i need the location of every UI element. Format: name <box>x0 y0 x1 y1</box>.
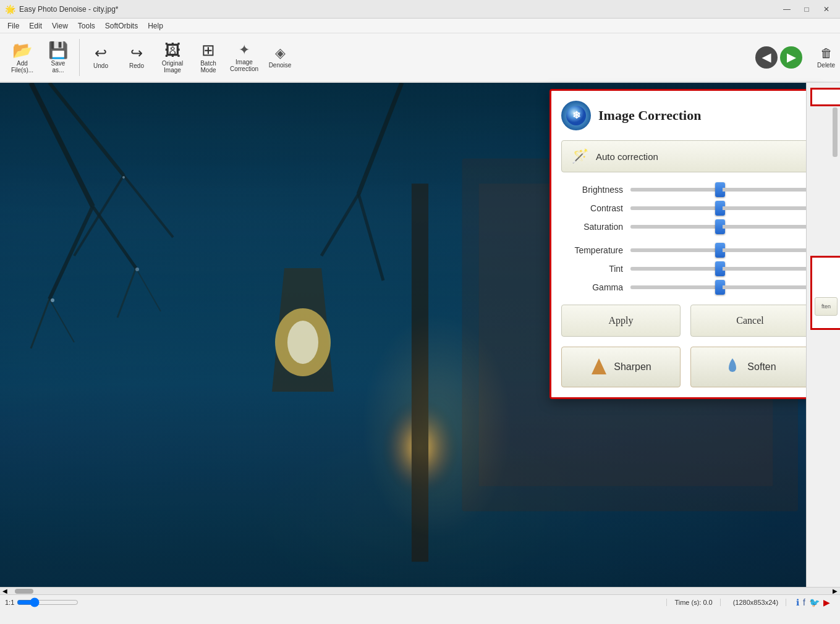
toolbar-right: ◀ ▶ 🗑 Delete <box>755 46 835 69</box>
panel-logo: ❄ <box>561 101 591 130</box>
right-scrollbar[interactable] <box>833 108 838 157</box>
brightness-fill-right <box>723 188 810 192</box>
temperature-fill-right <box>723 248 810 252</box>
right-sidebar: ften <box>806 83 840 587</box>
scroll-right-button[interactable]: ▶ <box>830 588 840 594</box>
temperature-row: Temperature <box>561 245 810 255</box>
maximize-button[interactable]: □ <box>798 3 815 15</box>
menu-view[interactable]: View <box>47 20 73 32</box>
sharpen-label: Sharpen <box>614 361 651 373</box>
panel-header: ❄ Image Correction <box>561 101 810 130</box>
toolbar-separator-1 <box>79 39 80 76</box>
window-title: Easy Photo Denoise - city.jpg* <box>19 5 778 14</box>
zoom-section: 1:1 <box>5 597 78 607</box>
svg-marker-27 <box>592 358 606 374</box>
menu-softorbits[interactable]: SoftOrbits <box>100 20 143 32</box>
toolbar-undo[interactable]: ↩ Undo <box>83 36 118 79</box>
slider-gap <box>561 240 810 245</box>
wand-icon: 🪄 <box>572 148 588 164</box>
temperature-fill-left <box>630 248 718 252</box>
saturation-row: Saturation <box>561 222 810 232</box>
temperature-slider[interactable] <box>630 248 810 252</box>
brightness-row: Brightness <box>561 185 810 195</box>
main-area: ften ❄ Image Correction <box>0 83 840 609</box>
svg-rect-3 <box>412 183 428 562</box>
contrast-row: Contrast <box>561 203 810 213</box>
zoom-slider[interactable] <box>17 597 78 607</box>
minimize-button[interactable]: — <box>778 3 795 15</box>
auto-correction-button[interactable]: 🪄 Auto correction <box>561 140 810 172</box>
temperature-label: Temperature <box>561 245 623 255</box>
add-files-icon: 📂 <box>12 42 32 58</box>
denoise-label: Denoise <box>269 62 292 69</box>
time-label: Time (s): <box>674 599 701 606</box>
close-button[interactable]: ✕ <box>818 3 835 15</box>
horizontal-scrollbar[interactable]: ◀ ▶ <box>0 587 840 594</box>
sharpen-button[interactable]: Sharpen <box>561 347 681 387</box>
sharpen-icon <box>590 357 608 377</box>
image-correction-panel: ❄ Image Correction 🪄 Auto correction Bri… <box>549 89 821 399</box>
zoom-level: 1:1 <box>5 599 14 606</box>
original-image-label: Original Image <box>162 60 183 74</box>
soften-label: Soften <box>747 361 776 373</box>
menu-help[interactable]: Help <box>143 20 168 32</box>
toolbar-image-correction[interactable]: ✦ Image Correction <box>227 36 261 79</box>
info-icon[interactable]: ℹ <box>796 597 799 607</box>
menu-tools[interactable]: Tools <box>73 20 100 32</box>
time-value: 0.0 <box>703 599 712 606</box>
delete-icon: 🗑 <box>820 46 833 61</box>
denoise-icon: ◈ <box>275 46 286 60</box>
panel-fragment-top <box>810 88 840 106</box>
gamma-label: Gamma <box>561 282 623 292</box>
toolbar-original-image[interactable]: 🖼 Original Image <box>155 36 190 79</box>
scroll-left-button[interactable]: ◀ <box>0 588 10 594</box>
batch-mode-label: Batch Mode <box>200 60 216 74</box>
cancel-button[interactable]: Cancel <box>690 305 810 337</box>
scroll-thumb[interactable] <box>15 589 33 594</box>
snowflake-logo-svg: ❄ <box>565 104 587 127</box>
sliders-section: Brightness Contrast Saturation <box>561 185 810 292</box>
toolbar-add-files[interactable]: 📂 Add File(s)... <box>5 36 40 79</box>
saturation-slider[interactable] <box>630 225 810 229</box>
contrast-slider[interactable] <box>630 206 810 210</box>
menu-bar: File Edit View Tools SoftOrbits Help <box>0 19 840 33</box>
facebook-icon[interactable]: f <box>803 597 805 607</box>
soften-label-fragment[interactable]: ften <box>815 297 838 316</box>
saturation-fill-left <box>630 225 718 229</box>
twitter-icon[interactable]: 🐦 <box>809 597 820 607</box>
contrast-fill-right <box>723 206 810 210</box>
youtube-icon[interactable]: ▶ <box>823 597 830 607</box>
toolbar-redo[interactable]: ↪ Redo <box>119 36 154 79</box>
app-icon: 🌟 <box>5 4 15 14</box>
undo-label: Undo <box>93 62 108 69</box>
save-as-icon: 💾 <box>48 42 68 58</box>
toolbar-batch-mode[interactable]: ⊞ Batch Mode <box>191 36 226 79</box>
menu-file[interactable]: File <box>2 20 24 32</box>
sharpen-soften-row: Sharpen Soften <box>561 347 810 387</box>
redo-icon: ↪ <box>130 46 143 61</box>
svg-point-21 <box>122 176 125 179</box>
tint-label: Tint <box>561 264 623 274</box>
apply-button[interactable]: Apply <box>561 305 681 337</box>
saturation-label: Saturation <box>561 222 623 232</box>
window-controls: — □ ✕ <box>778 3 835 15</box>
auto-correction-label: Auto correction <box>596 151 658 162</box>
toolbar-save-as[interactable]: 💾 Save as... <box>41 36 75 79</box>
menu-edit[interactable]: Edit <box>24 20 47 32</box>
nav-next-button[interactable]: ▶ <box>780 46 802 69</box>
toolbar: 📂 Add File(s)... 💾 Save as... ↩ Undo ↪ R… <box>0 33 840 83</box>
delete-button[interactable]: 🗑 Delete <box>817 46 835 69</box>
contrast-label: Contrast <box>561 203 623 213</box>
status-bar: 1:1 Time (s): 0.0 (1280x853x24) ℹ f 🐦 ▶ <box>0 594 840 609</box>
tint-fill-right <box>723 267 810 271</box>
nav-prev-button[interactable]: ◀ <box>755 46 778 69</box>
toolbar-denoise[interactable]: ◈ Denoise <box>263 36 297 79</box>
panel-title: Image Correction <box>598 108 701 124</box>
apply-cancel-row: Apply Cancel <box>561 305 810 337</box>
delete-label: Delete <box>817 62 835 69</box>
brightness-slider[interactable] <box>630 188 810 192</box>
tint-slider[interactable] <box>630 267 810 271</box>
tint-row: Tint <box>561 264 810 274</box>
soften-button[interactable]: Soften <box>690 347 810 387</box>
gamma-slider[interactable] <box>630 285 810 289</box>
